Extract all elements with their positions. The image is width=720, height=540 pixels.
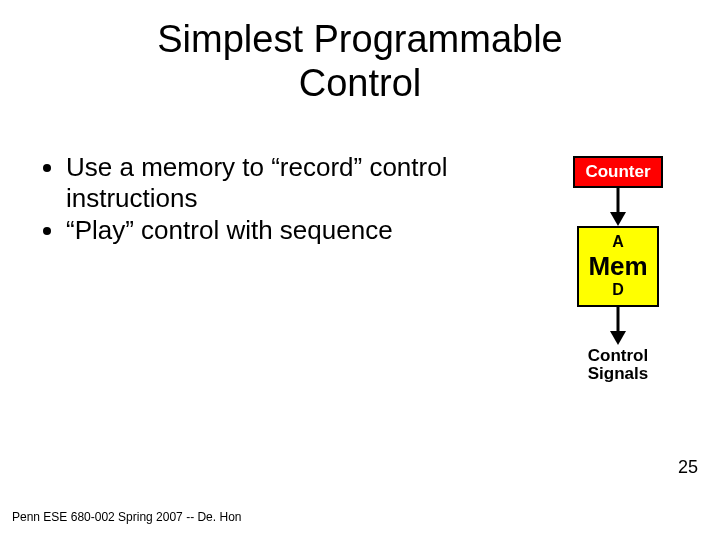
bullet-item: “Play” control with sequence: [66, 215, 468, 246]
mem-label: Mem: [579, 253, 657, 280]
memory-box: A Mem D: [577, 226, 659, 307]
svg-marker-1: [610, 212, 626, 226]
counter-box: Counter: [573, 156, 662, 188]
arrow-down-icon: [603, 307, 633, 345]
bullet-item: Use a memory to “record” control instruc…: [66, 152, 468, 213]
block-diagram: Counter A Mem D Control Signals: [548, 156, 688, 383]
control-line-1: Control: [588, 346, 648, 365]
bullet-list: Use a memory to “record” control instruc…: [38, 152, 468, 248]
arrow-down-icon: [603, 188, 633, 226]
control-line-2: Signals: [588, 364, 648, 383]
title-line-1: Simplest Programmable: [157, 18, 562, 60]
page-number: 25: [678, 457, 698, 478]
slide: Simplest Programmable Control Use a memo…: [0, 0, 720, 540]
footer-text: Penn ESE 680-002 Spring 2007 -- De. Hon: [12, 510, 241, 524]
mem-port-a: A: [579, 234, 657, 251]
mem-port-d: D: [579, 282, 657, 299]
control-signals-label: Control Signals: [588, 347, 648, 383]
slide-title: Simplest Programmable Control: [0, 18, 720, 105]
svg-marker-3: [610, 331, 626, 345]
title-line-2: Control: [299, 62, 422, 104]
